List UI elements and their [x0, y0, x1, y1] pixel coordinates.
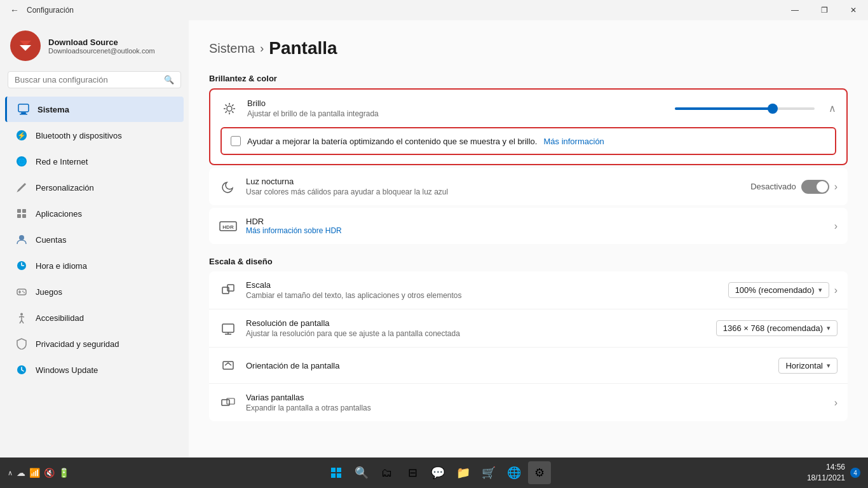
search-icon: 🔍	[164, 75, 174, 85]
escala-dropdown[interactable]: 100% (recomendado) ▾	[728, 282, 829, 298]
svg-rect-46	[331, 473, 336, 478]
sidebar-item-red[interactable]: 🌐 Red e Internet	[5, 149, 184, 174]
titlebar: ← Configuración — ❐ ✕	[0, 0, 868, 20]
luz-nocturna-row[interactable]: Luz nocturna Usar colores más cálidos pa…	[209, 168, 848, 205]
battery-optimization-checkbox[interactable]	[231, 136, 241, 146]
sidebar-item-privacidad[interactable]: Privacidad y seguridad	[5, 331, 184, 356]
sidebar-item-accesibilidad[interactable]: Accesibilidad	[5, 305, 184, 330]
teams-button[interactable]: 💬	[426, 461, 449, 484]
resolucion-label: Resolución de pantalla	[246, 318, 707, 328]
hdr-label: HDR	[246, 217, 825, 226]
volume-tray-icon[interactable]: 🔇	[44, 468, 55, 478]
apps-icon	[15, 207, 28, 220]
resolucion-text: Resolución de pantalla Ajustar la resolu…	[246, 318, 707, 338]
notification-badge[interactable]: 4	[850, 468, 860, 478]
sidebar-item-windows-update-label: Windows Update	[36, 365, 98, 375]
svg-rect-44	[331, 468, 336, 472]
svg-text:HDR: HDR	[222, 224, 234, 229]
minimize-button[interactable]: —	[780, 0, 810, 20]
escala-right: 100% (recomendado) ▾ ›	[728, 282, 837, 298]
svg-rect-45	[337, 468, 341, 472]
sidebar-item-hora[interactable]: Hora e idioma	[5, 253, 184, 278]
luz-nocturna-toggle[interactable]	[801, 180, 829, 194]
svg-rect-42	[222, 400, 229, 405]
escala-row[interactable]: Escala Cambiar el tamaño del texto, las …	[209, 271, 848, 309]
store-button[interactable]: 🛒	[477, 461, 500, 484]
search-input-wrap[interactable]: 🔍	[8, 71, 181, 88]
orientacion-text: Orientación de la pantalla	[246, 361, 770, 370]
back-button[interactable]: ←	[8, 3, 22, 18]
sidebar-item-bluetooth[interactable]: ⚡ Bluetooth y dispositivos	[5, 123, 184, 148]
svg-point-21	[22, 291, 24, 292]
main-content: Sistema › Pantalla Brillantez & color Br…	[189, 20, 868, 458]
taskbar-center: 🔍 🗂 ⊟ 💬 📁 🛒 🌐 ⚙	[325, 461, 551, 484]
sidebar-item-aplicaciones[interactable]: Aplicaciones	[5, 201, 184, 226]
varias-pantallas-row[interactable]: Varias pantallas Expandir la pantalla a …	[209, 384, 848, 421]
hdr-text: HDR Más información sobre HDR	[246, 217, 825, 235]
sidebar-item-cuentas[interactable]: Cuentas	[5, 227, 184, 252]
escala-section-title: Escala & diseño	[209, 257, 848, 266]
orientacion-row[interactable]: Orientación de la pantalla Horizontal ▾	[209, 348, 848, 384]
widgets-button[interactable]: ⊟	[401, 461, 424, 484]
brillo-icon	[220, 100, 238, 118]
user-info: Download Source Downloadsourcenet@outloo…	[48, 37, 155, 55]
sidebar-item-juegos[interactable]: Juegos	[5, 279, 184, 304]
battery-optimization-link[interactable]: Más información	[543, 137, 604, 146]
personalization-icon	[15, 181, 28, 194]
tray-chevron[interactable]: ∧	[8, 469, 13, 477]
wifi-tray-icon[interactable]: 📶	[29, 468, 40, 478]
varias-pantallas-icon	[219, 394, 237, 412]
varias-pantallas-chevron: ›	[834, 397, 837, 409]
sidebar-item-cuentas-label: Cuentas	[36, 235, 66, 245]
search-taskbar-button[interactable]: 🔍	[350, 461, 373, 484]
edge-button[interactable]: 🌐	[503, 461, 526, 484]
luz-nocturna-right: Desactivado ›	[750, 180, 837, 194]
breadcrumb-separator: ›	[260, 42, 264, 55]
svg-rect-12	[17, 214, 21, 218]
svg-line-33	[226, 111, 227, 112]
search-input[interactable]	[15, 75, 159, 85]
luz-nocturna-value: Desactivado	[750, 182, 796, 191]
start-button[interactable]	[325, 461, 348, 484]
taskview-button[interactable]: 🗂	[376, 461, 398, 484]
svg-text:🌐: 🌐	[18, 158, 26, 166]
hdr-card: HDR HDR Más información sobre HDR ›	[209, 208, 848, 244]
breadcrumb-parent[interactable]: Sistema	[209, 41, 255, 56]
time-block[interactable]: 14:56 18/11/2021	[807, 462, 845, 484]
brightness-slider-track[interactable]	[675, 107, 815, 110]
brillo-text: Brillo Ajustar el brillo de la pantalla …	[247, 98, 527, 118]
hdr-more-info-link[interactable]: Más información sobre HDR	[246, 226, 825, 235]
orientacion-label: Orientación de la pantalla	[246, 361, 770, 370]
svg-point-14	[19, 235, 24, 240]
sidebar-item-windows-update[interactable]: Windows Update	[5, 357, 184, 383]
orientacion-dropdown[interactable]: Horizontal ▾	[778, 358, 837, 374]
brightness-slider-wrap[interactable]	[536, 107, 820, 110]
accessibility-icon	[15, 311, 28, 324]
sidebar-item-personalizacion[interactable]: Personalización	[5, 175, 184, 200]
battery-tray-icon[interactable]: 🔋	[58, 468, 69, 478]
sys-tray: ∧ ☁ 📶 🔇 🔋	[8, 468, 69, 478]
close-button[interactable]: ✕	[839, 0, 868, 20]
brightness-slider-thumb[interactable]	[768, 104, 778, 114]
sidebar-item-red-label: Red e Internet	[36, 157, 88, 166]
brillo-label: Brillo	[247, 98, 527, 108]
restore-button[interactable]: ❐	[810, 0, 839, 20]
hdr-chevron: ›	[834, 220, 837, 232]
explorer-button[interactable]: 📁	[452, 461, 475, 484]
hdr-row[interactable]: HDR HDR Más información sobre HDR ›	[209, 208, 848, 244]
orientacion-value: Horizontal	[785, 361, 823, 370]
orientacion-dropdown-arrow: ▾	[827, 362, 831, 370]
svg-point-23	[20, 313, 23, 316]
user-email: Downloadsourcenet@outlook.com	[48, 47, 155, 55]
resolucion-row[interactable]: Resolución de pantalla Ajustar la resolu…	[209, 309, 848, 348]
luz-nocturna-chevron: ›	[834, 181, 837, 193]
brillo-row: Brillo Ajustar el brillo de la pantalla …	[210, 90, 846, 127]
onedrive-tray-icon[interactable]: ☁	[17, 468, 25, 478]
sidebar-item-sistema[interactable]: Sistema	[5, 97, 184, 122]
settings-taskbar-button[interactable]: ⚙	[528, 461, 551, 484]
taskbar: ∧ ☁ 📶 🔇 🔋 🔍 🗂 ⊟ 💬 📁 🛒 🌐 ⚙ 14:56 18/11/20…	[0, 458, 868, 488]
luz-nocturna-text: Luz nocturna Usar colores más cálidos pa…	[246, 177, 742, 196]
sistema-icon	[17, 103, 30, 116]
brillo-collapse-icon[interactable]: ∧	[829, 102, 836, 114]
resolucion-dropdown[interactable]: 868 × 488 (recomendada) ▾	[716, 320, 837, 336]
